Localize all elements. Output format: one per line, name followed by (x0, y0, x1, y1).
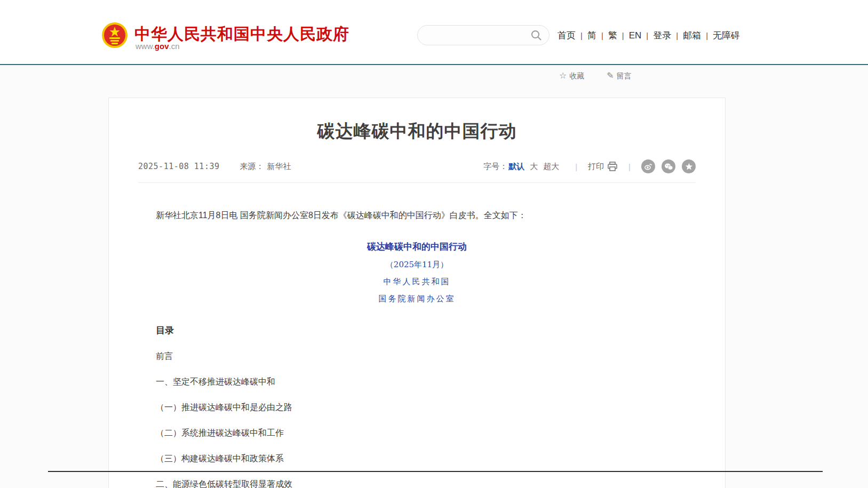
pencil-icon: ✎ (607, 71, 614, 80)
nav-accessibility[interactable]: 无障碍 (713, 30, 740, 41)
publish-date: 2025-11-08 11:39 (138, 162, 220, 171)
document-title-link[interactable]: 碳达峰碳中和的中国行动 (156, 241, 678, 253)
toc-item-preface[interactable]: 前言 (156, 351, 678, 362)
toc-item-section1-2[interactable]: （二）系统推进碳达峰碳中和工作 (156, 428, 678, 439)
font-size-default-button[interactable]: 默认 (508, 162, 524, 172)
toc-item-section1-1[interactable]: （一）推进碳达峰碳中和是必由之路 (156, 402, 678, 413)
favorite-button[interactable]: ☆收藏 (559, 71, 584, 80)
document-org-country: 中华人民共和国 (156, 277, 678, 287)
qzone-share-icon[interactable] (682, 159, 696, 173)
nav-separator: | (601, 31, 603, 40)
nav-home[interactable]: 首页 (558, 30, 576, 41)
search-icon[interactable] (530, 29, 543, 42)
comment-label: 留言 (617, 71, 632, 80)
nav-english[interactable]: EN (629, 30, 642, 41)
toc-item-section1-3[interactable]: （三）构建碳达峰碳中和政策体系 (156, 453, 678, 465)
comment-button[interactable]: ✎留言 (607, 71, 631, 80)
nav-mail[interactable]: 邮箱 (683, 30, 701, 41)
document-date: （2025年11月） (156, 260, 678, 270)
nav-separator: | (676, 31, 678, 40)
search-input[interactable] (426, 27, 528, 44)
toc-item-section2[interactable]: 二、能源绿色低碳转型取得显著成效 (156, 479, 678, 488)
nav-separator: | (622, 31, 624, 40)
site-url-suffix: .cn (169, 42, 180, 51)
weibo-share-icon[interactable] (641, 159, 655, 173)
font-size-large-button[interactable]: 大 (530, 162, 538, 172)
site-header: 中华人民共和国中央人民政府 www.gov.cn 首页|简|繁|EN|登录|邮箱… (0, 0, 868, 65)
printer-icon (607, 162, 618, 171)
bottom-divider-line (48, 471, 823, 472)
toc-item-section1[interactable]: 一、坚定不移推进碳达峰碳中和 (156, 377, 678, 388)
article-content: 新华社北京11月8日电 国务院新闻办公室8日发布《碳达峰碳中和的中国行动》白皮书… (156, 209, 678, 488)
site-url-gov: gov (155, 42, 169, 51)
top-nav: 首页|简|繁|EN|登录|邮箱|无障碍 (558, 29, 740, 42)
search-box[interactable] (417, 25, 550, 45)
article-title: 碳达峰碳中和的中国行动 (109, 119, 725, 143)
wechat-share-icon[interactable] (662, 159, 675, 173)
page-actions: ☆收藏 ✎留言 (559, 70, 652, 81)
national-emblem-logo (101, 21, 128, 49)
share-buttons (641, 159, 696, 173)
toc-heading: 目录 (156, 324, 678, 337)
nav-separator: | (580, 31, 583, 40)
nav-login[interactable]: 登录 (653, 30, 671, 41)
font-size-label: 字号： (483, 162, 507, 172)
source-label: 来源： (240, 162, 264, 172)
document-org-office: 国务院新闻办公室 (156, 294, 678, 304)
site-url-prefix: www. (136, 42, 155, 51)
article-meta-right: 字号： 默认 大 超大 | 打印 | (483, 159, 696, 173)
nav-separator: | (706, 31, 708, 40)
article-meta-left: 2025-11-08 11:39 来源： 新华社 (138, 162, 291, 172)
star-icon: ☆ (559, 71, 567, 80)
nav-simplified[interactable]: 简 (587, 30, 596, 41)
source-value[interactable]: 新华社 (267, 162, 291, 172)
font-size-xlarge-button[interactable]: 超大 (543, 162, 559, 172)
meta-separator: | (575, 162, 577, 171)
article-card: 碳达峰碳中和的中国行动 2025-11-08 11:39 来源： 新华社 字号：… (108, 98, 726, 488)
article-meta-row: 2025-11-08 11:39 来源： 新华社 字号： 默认 大 超大 | 打… (138, 159, 696, 183)
meta-separator: | (628, 162, 631, 171)
nav-separator: | (646, 31, 648, 40)
nav-traditional[interactable]: 繁 (608, 30, 617, 41)
print-button[interactable]: 打印 (588, 162, 618, 172)
lead-paragraph: 新华社北京11月8日电 国务院新闻办公室8日发布《碳达峰碳中和的中国行动》白皮书… (156, 209, 678, 222)
favorite-label: 收藏 (569, 71, 584, 80)
site-url: www.gov.cn (136, 42, 180, 51)
document-heading-block: 碳达峰碳中和的中国行动 （2025年11月） 中华人民共和国 国务院新闻办公室 (156, 241, 678, 304)
print-label: 打印 (588, 162, 604, 172)
